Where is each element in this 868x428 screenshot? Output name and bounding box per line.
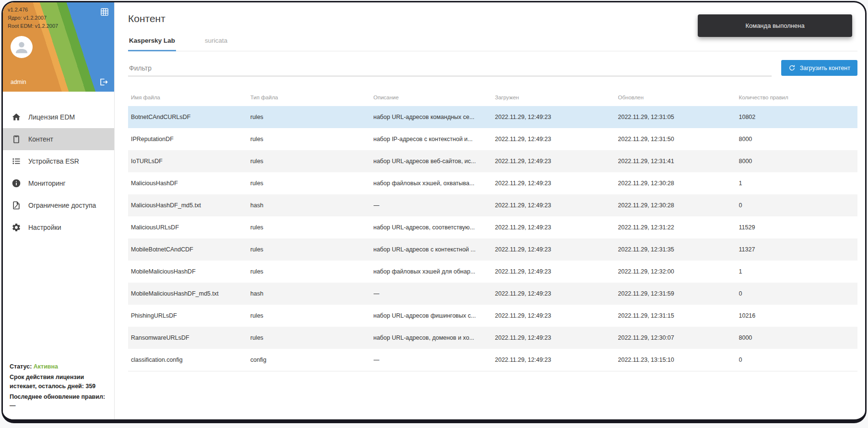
cell-file-name: IPReputationDF	[131, 136, 250, 143]
table-row[interactable]: MaliciousHashDF_md5.txt hash — 2022.11.2…	[128, 194, 857, 216]
table-row[interactable]: MobileBotnetCAndCDF rules набор URL-адре…	[128, 238, 857, 261]
table-row[interactable]: IPReputationDF rules набор IP-адресов с …	[128, 128, 857, 150]
cell-file-name: MaliciousHashDF_md5.txt	[131, 202, 250, 209]
cell-file-name: IoTURLsDF	[131, 158, 250, 165]
sidebar-header: v1.2.476 Ядро: v1.2.2007 Root EDM: v1.2.…	[3, 2, 114, 92]
cell-file-name: MobileMaliciousHashDF_md5.txt	[131, 290, 250, 297]
cell-rule-count: 8000	[739, 334, 855, 341]
table-row[interactable]: MaliciousURLsDF rules набор URL-адресов,…	[128, 216, 857, 238]
cell-updated: 2022.11.29, 12:31:35	[618, 246, 739, 253]
home-icon	[12, 112, 21, 122]
cell-file-type: hash	[250, 290, 374, 297]
col-header-rule-count: Количество правил	[739, 95, 855, 100]
cell-file-name: MobileBotnetCAndCDF	[131, 246, 250, 253]
col-header-description: Описание	[374, 95, 495, 100]
cell-description: —	[374, 290, 495, 297]
cell-updated: 2022.11.29, 12:31:50	[618, 136, 739, 143]
status-label: Статус:	[10, 363, 32, 370]
sidebar-item-content[interactable]: Контент	[3, 128, 114, 150]
table-row[interactable]: RansomwareURLsDF rules набор URL-адресов…	[128, 327, 857, 349]
table-row[interactable]: MaliciousHashDF rules набор файловых хэш…	[128, 172, 857, 194]
sidebar: v1.2.476 Ядро: v1.2.2007 Root EDM: v1.2.…	[3, 2, 115, 419]
filter-row: Загрузить контент	[128, 60, 857, 76]
cell-description: набор файловых хэшей, охватыва...	[374, 180, 495, 187]
sidebar-item-access-restriction[interactable]: Ограничение доступа	[3, 194, 114, 216]
cell-rule-count: 10802	[739, 114, 855, 120]
cell-description: набор URL-адресов, соответствую...	[374, 224, 495, 231]
col-header-file-name: Имя файла	[131, 95, 250, 100]
sidebar-item-label: Устройства ESR	[28, 157, 79, 165]
cell-loaded: 2022.11.29, 12:49:23	[495, 268, 618, 275]
table-row[interactable]: MobileMaliciousHashDF_md5.txt hash — 202…	[128, 283, 857, 305]
table-row[interactable]: PhishingURLsDF rules набор URL-адресов ф…	[128, 305, 857, 327]
filter-input[interactable]	[128, 60, 772, 76]
cell-rule-count: 0	[739, 202, 855, 209]
cell-loaded: 2022.11.29, 12:49:23	[495, 246, 618, 253]
cell-loaded: 2022.11.29, 12:49:23	[495, 224, 618, 231]
cell-file-name: MaliciousURLsDF	[131, 224, 250, 231]
cell-updated: 2022.11.29, 12:30:28	[618, 202, 739, 209]
access-restriction-icon	[12, 201, 21, 210]
license-expiry-text: Срок действия лицензии истекает, осталос…	[10, 373, 110, 391]
cell-updated: 2022.11.23, 13:15:10	[618, 357, 739, 363]
cell-description: —	[374, 202, 495, 209]
cell-loaded: 2022.11.29, 12:49:23	[495, 158, 618, 165]
cell-loaded: 2022.11.29, 12:49:23	[495, 357, 618, 363]
cell-rule-count: 1	[739, 268, 855, 275]
cell-description: набор URL-адресов веб-сайтов, ис...	[374, 158, 495, 165]
root-edm-version: Root EDM: v1.2.2007	[8, 22, 58, 30]
sidebar-item-monitoring[interactable]: Мониторинг	[3, 172, 114, 194]
table-row[interactable]: IoTURLsDF rules набор URL-адресов веб-са…	[128, 150, 857, 172]
app-window: v1.2.476 Ядро: v1.2.2007 Root EDM: v1.2.…	[1, 1, 867, 423]
cell-loaded: 2022.11.29, 12:49:23	[495, 290, 618, 297]
main-content: Контент Kaspersky Lab suricata Загрузить…	[115, 2, 865, 419]
app-version: v1.2.476	[8, 6, 58, 14]
cell-updated: 2022.11.29, 12:31:41	[618, 158, 739, 165]
clipboard-icon	[12, 134, 21, 144]
logout-icon[interactable]	[99, 77, 108, 87]
cell-rule-count: 8000	[739, 136, 855, 143]
cell-loaded: 2022.11.29, 12:49:23	[495, 114, 618, 120]
sidebar-item-label: Ограничение доступа	[28, 202, 96, 209]
cell-file-name: BotnetCAndCURLsDF	[131, 114, 250, 120]
cell-updated: 2022.11.29, 12:32:00	[618, 268, 739, 275]
sidebar-nav: Лицензия EDM Контент Устройства ESR Мони…	[3, 92, 114, 238]
cell-loaded: 2022.11.29, 12:49:23	[495, 180, 618, 187]
sidebar-item-devices-esr[interactable]: Устройства ESR	[3, 150, 114, 172]
cell-file-type: rules	[250, 246, 374, 253]
grid-icon[interactable]	[100, 7, 109, 17]
cell-updated: 2022.11.29, 12:31:05	[618, 114, 739, 120]
status-line: Статус: Активна	[10, 362, 110, 371]
tab-label: suricata	[205, 37, 227, 44]
cell-loaded: 2022.11.29, 12:49:23	[495, 136, 618, 143]
table-row[interactable]: MobileMaliciousHashDF rules набор файлов…	[128, 261, 857, 283]
tab-label: Kaspersky Lab	[129, 37, 175, 44]
cell-file-type: rules	[250, 136, 374, 143]
info-icon	[12, 178, 21, 188]
sidebar-item-license-edm[interactable]: Лицензия EDM	[3, 106, 114, 128]
user-row: admin	[11, 77, 108, 87]
cell-file-type: config	[250, 357, 374, 363]
table-row[interactable]: BotnetCAndCURLsDF rules набор URL-адресо…	[128, 106, 857, 128]
toast-text: Команда выполнена	[745, 22, 804, 29]
table-row[interactable]: classification.config config — 2022.11.2…	[128, 349, 857, 371]
cell-file-type: rules	[250, 268, 374, 275]
tab-suricata[interactable]: suricata	[204, 37, 228, 51]
cell-file-name: RansomwareURLsDF	[131, 334, 250, 341]
sidebar-item-label: Мониторинг	[28, 179, 66, 187]
sidebar-item-settings[interactable]: Настройки	[3, 216, 114, 238]
cell-description: набор файловых хэшей для обнар...	[374, 268, 495, 275]
cell-description: набор URL-адресов фишинговых с...	[374, 312, 495, 319]
cell-file-name: PhishingURLsDF	[131, 312, 250, 319]
cell-rule-count: 0	[739, 290, 855, 297]
tab-kaspersky-lab[interactable]: Kaspersky Lab	[128, 37, 176, 51]
cell-file-type: rules	[250, 334, 374, 341]
tab-bar: Kaspersky Lab suricata	[128, 37, 857, 51]
load-content-button[interactable]: Загрузить контент	[781, 60, 857, 76]
cell-file-type: rules	[250, 114, 374, 120]
cell-file-type: rules	[250, 180, 374, 187]
cell-loaded: 2022.11.29, 12:49:23	[495, 202, 618, 209]
core-version: Ядро: v1.2.2007	[8, 14, 58, 22]
cell-rule-count: 11327	[739, 246, 855, 253]
cell-rule-count: 11529	[739, 224, 855, 231]
